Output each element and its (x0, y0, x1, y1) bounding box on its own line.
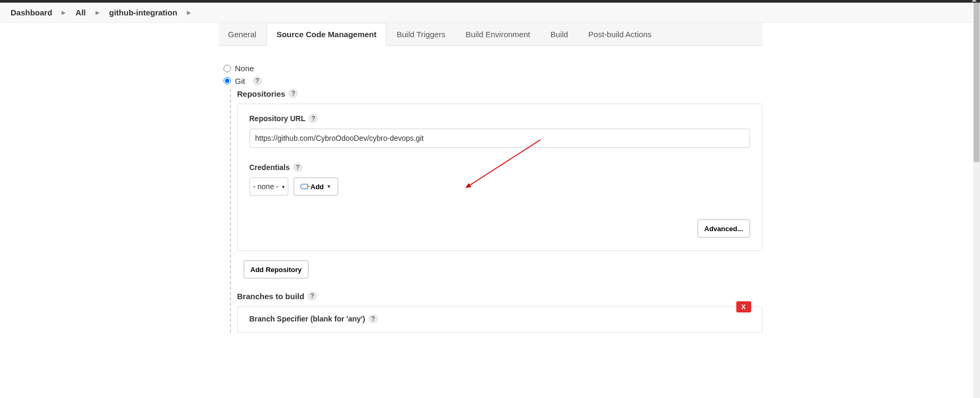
credentials-select[interactable]: - none - ▾ (250, 177, 288, 196)
tab-build-env[interactable]: Build Environment (455, 23, 540, 46)
help-icon[interactable]: ? (293, 163, 303, 172)
tab-build-triggers[interactable]: Build Triggers (386, 23, 455, 46)
tab-scm[interactable]: Source Code Management (267, 23, 386, 46)
help-icon[interactable]: ? (308, 114, 318, 123)
breadcrumb-dashboard[interactable]: Dashboard (11, 8, 52, 17)
add-credentials-button[interactable]: Add ▼ (294, 177, 338, 196)
help-icon[interactable]: ? (368, 314, 378, 324)
chevron-right-icon: ▶ (187, 10, 191, 15)
repo-url-label: Repository URL ? (250, 114, 750, 123)
add-repository-button[interactable]: Add Repository (244, 260, 309, 278)
repository-card: Repository URL ? Credentials ? - none - … (237, 104, 762, 251)
scm-none-label[interactable]: None (235, 64, 254, 73)
section-header-cutoff (218, 56, 762, 61)
breadcrumb: Dashboard ▶ All ▶ github-integration ▶ (0, 3, 980, 23)
repositories-title: Repositories ? (237, 89, 762, 98)
config-panel: General Source Code Management Build Tri… (218, 23, 762, 333)
scrollbar-thumb[interactable] (974, 3, 979, 162)
credentials-label: Credentials ? (250, 163, 750, 172)
branches-title: Branches to build ? (237, 291, 762, 301)
git-config-block: Repositories ? Repository URL (230, 89, 762, 333)
key-icon (300, 184, 308, 189)
tab-build[interactable]: Build (540, 23, 578, 46)
tab-post-build[interactable]: Post-build Actions (578, 23, 661, 46)
scm-none-radio[interactable] (223, 65, 231, 72)
vertical-scrollbar[interactable] (973, 3, 980, 333)
breadcrumb-job[interactable]: github-integration (109, 8, 177, 17)
config-tabs: General Source Code Management Build Tri… (218, 23, 762, 46)
help-icon[interactable]: ? (288, 89, 298, 98)
chevron-right-icon: ▶ (62, 10, 66, 15)
repo-url-input[interactable] (250, 129, 750, 148)
scm-git-radio[interactable] (223, 77, 231, 84)
advanced-button[interactable]: Advanced... (698, 219, 750, 238)
branch-specifier-label: Branch Specifier (blank for 'any') ? (250, 314, 750, 324)
tab-general[interactable]: General (218, 23, 267, 46)
chevron-right-icon: ▶ (96, 10, 100, 15)
help-icon[interactable]: ? (307, 291, 317, 301)
branch-card: X Branch Specifier (blank for 'any') ? (237, 306, 762, 333)
help-icon[interactable]: ? (253, 76, 262, 86)
delete-branch-button[interactable]: X (736, 301, 751, 312)
chevron-down-icon: ▾ (282, 184, 285, 190)
chevron-down-icon: ▼ (326, 184, 331, 189)
breadcrumb-all[interactable]: All (75, 8, 85, 17)
window-top-bar (0, 0, 980, 3)
scm-git-label[interactable]: Git (235, 77, 245, 86)
